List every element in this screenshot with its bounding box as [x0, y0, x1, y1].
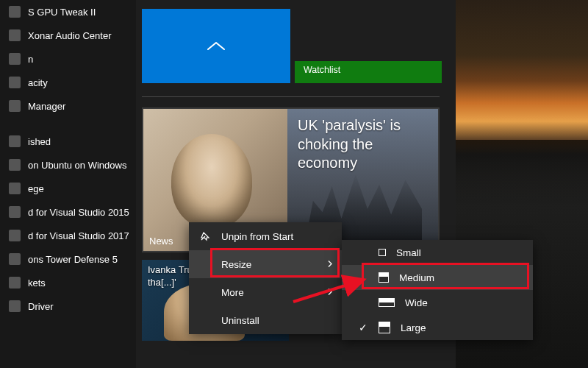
app-label: acity [28, 77, 48, 88]
size-small-icon [379, 249, 386, 256]
check-icon: ✓ [358, 322, 368, 333]
app-list-item[interactable]: Driver [0, 294, 136, 318]
tile-watchlist[interactable]: Watchlist [295, 61, 442, 83]
app-label: kets [28, 277, 46, 289]
app-icon [9, 253, 21, 265]
menu-label: Resize [221, 259, 251, 270]
app-label: S GPU Tweak II [28, 7, 96, 18]
resize-submenu: Small Medium Wide ✓ Large [342, 240, 533, 340]
app-list-item[interactable]: d for Visual Studio 2017 [0, 224, 136, 247]
size-wide-icon [379, 298, 395, 307]
app-icon [9, 206, 21, 218]
app-label: ished [28, 136, 51, 147]
app-icon [9, 277, 21, 289]
app-label: d for Visual Studio 2017 [28, 230, 129, 241]
chevron-right-icon [327, 287, 333, 298]
app-icon [9, 230, 21, 241]
tile-label: Watchlist [304, 65, 340, 75]
app-label: ege [28, 183, 44, 194]
menu-unpin-from-start[interactable]: Unpin from Start [189, 222, 342, 250]
app-list-item[interactable]: ished [0, 130, 136, 153]
app-icon [9, 77, 21, 88]
app-icon [9, 100, 21, 112]
resize-option-wide[interactable]: Wide [342, 290, 533, 315]
app-label: Manager [28, 101, 65, 112]
menu-label: Unpin from Start [221, 231, 293, 242]
tile-label: News [149, 236, 173, 247]
menu-label: Uninstall [221, 315, 259, 326]
app-list: S GPU Tweak II Xonar Audio Center n acit… [0, 0, 136, 368]
option-label: Medium [399, 272, 434, 283]
tile-context-menu: Unpin from Start Resize More Uninstall [189, 222, 342, 334]
app-icon [9, 300, 21, 312]
news-headline: UK 'paralysis' is choking the economy [298, 116, 430, 173]
option-label: Wide [405, 297, 428, 308]
size-medium-icon [379, 272, 389, 283]
resize-option-medium[interactable]: Medium [342, 265, 533, 290]
tile-generic-blue[interactable] [142, 9, 290, 83]
app-icon [9, 183, 21, 194]
app-icon [9, 135, 21, 147]
app-label: Driver [28, 301, 54, 312]
app-list-item[interactable]: ege [0, 177, 136, 200]
group-separator [142, 96, 440, 97]
app-label: ons Tower Defense 5 [28, 254, 118, 265]
app-icon [9, 29, 21, 41]
app-list-item[interactable]: S GPU Tweak II [0, 0, 136, 24]
chevron-up-icon [206, 40, 226, 52]
app-label: n [28, 54, 33, 65]
app-list-item[interactable]: on Ubuntu on Windows [0, 153, 136, 177]
option-label: Large [401, 322, 426, 333]
app-icon [9, 159, 21, 171]
option-label: Small [396, 247, 421, 258]
app-list-item[interactable]: Xonar Audio Center [0, 24, 136, 47]
app-list-item[interactable]: n [0, 47, 136, 71]
app-label: d for Visual Studio 2015 [28, 207, 129, 218]
menu-uninstall[interactable]: Uninstall [189, 306, 342, 334]
app-label: on Ubuntu on Windows [28, 160, 126, 171]
app-list-item[interactable]: kets [0, 271, 136, 294]
size-large-icon [379, 322, 390, 333]
menu-resize[interactable]: Resize [189, 250, 342, 278]
app-list-item[interactable]: acity [0, 71, 136, 94]
chevron-right-icon [327, 259, 333, 270]
resize-option-small[interactable]: Small [342, 240, 533, 265]
app-list-item[interactable]: ons Tower Defense 5 [0, 247, 136, 271]
app-icon [9, 6, 21, 18]
app-label: Xonar Audio Center [28, 30, 111, 41]
app-icon [9, 53, 21, 65]
resize-option-large[interactable]: ✓ Large [342, 315, 533, 340]
app-list-item[interactable]: Manager [0, 94, 136, 118]
menu-more[interactable]: More [189, 278, 342, 306]
unpin-icon [199, 231, 211, 241]
menu-label: More [221, 287, 244, 298]
app-list-item[interactable]: d for Visual Studio 2015 [0, 200, 136, 224]
